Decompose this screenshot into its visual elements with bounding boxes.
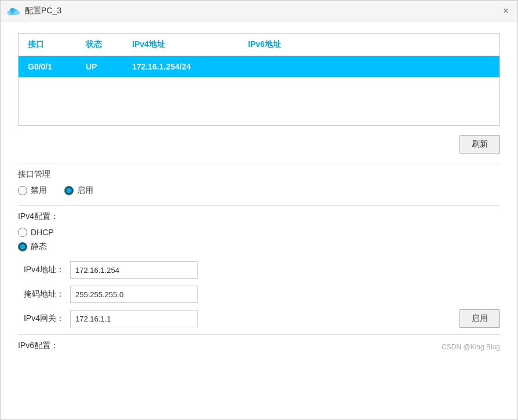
gateway-label: IPv4网关： (18, 313, 64, 324)
subnet-mask-input[interactable] (70, 286, 198, 303)
static-radio[interactable] (18, 242, 27, 251)
ipv4-config-title: IPv4配置： (18, 211, 500, 222)
dhcp-radio[interactable] (18, 228, 27, 237)
gateway-input[interactable] (70, 310, 198, 327)
ipv4-config-section: IPv4配置： DHCP 静态 IPv4地址： 掩码地址： (18, 211, 500, 327)
enable-label: 启用 (77, 185, 93, 196)
static-label: 静态 (31, 242, 47, 252)
row-status: UP (86, 62, 132, 71)
row-ipv6 (248, 62, 364, 71)
table-header: 接口 状态 IPv4地址 IPv6地址 (19, 34, 499, 56)
divider-3 (18, 334, 500, 335)
disable-label: 禁用 (31, 185, 47, 196)
title-bar: 配置PC_3 × (1, 1, 517, 21)
row-interface: G0/0/1 (28, 62, 86, 71)
table-row[interactable]: G0/0/1 UP 172.16.1.254/24 (19, 56, 499, 77)
subnet-mask-label: 掩码地址： (18, 289, 64, 300)
window-title: 配置PC_3 (25, 6, 61, 16)
subnet-mask-row: 掩码地址： (18, 286, 500, 303)
enable-radio-item[interactable]: 启用 (64, 185, 93, 196)
static-radio-item[interactable]: 静态 (18, 242, 500, 252)
title-bar-left: 配置PC_3 (6, 6, 61, 16)
gateway-row: IPv4网关： 启用 (18, 310, 500, 327)
disable-radio-item[interactable]: 禁用 (18, 185, 47, 196)
bottom-section: IPv6配置： CSDN @King Blog (18, 341, 500, 351)
ipv4-address-label: IPv4地址： (18, 265, 64, 275)
enable-radio[interactable] (64, 186, 74, 195)
dhcp-label: DHCP (31, 228, 54, 237)
apply-enable-button[interactable]: 启用 (459, 309, 500, 328)
interface-management-label: 接口管理 (18, 169, 500, 180)
refresh-button[interactable]: 刷新 (459, 135, 500, 154)
divider-2 (18, 205, 500, 206)
footer-text: CSDN @King Blog (442, 343, 500, 351)
ipv4-address-input[interactable] (70, 261, 198, 279)
interface-management-section: 接口管理 禁用 启用 (18, 169, 500, 196)
close-button[interactable]: × (500, 5, 512, 17)
main-content: 接口 状态 IPv4地址 IPv6地址 G0/0/1 UP 172.16.1.2… (1, 21, 517, 419)
col-header-status: 状态 (86, 39, 132, 50)
disable-radio[interactable] (18, 186, 27, 195)
ipv4-mode-section: DHCP 静态 (18, 228, 500, 252)
main-window: 配置PC_3 × 接口 状态 IPv4地址 IPv6地址 G0/0/1 UP 1… (0, 0, 518, 420)
svg-point-3 (10, 8, 15, 12)
dhcp-radio-item[interactable]: DHCP (18, 228, 500, 237)
table-empty-row (19, 77, 499, 106)
col-header-ipv6: IPv6地址 (248, 39, 364, 50)
enable-btn-container: 启用 (459, 309, 500, 328)
col-header-interface: 接口 (28, 39, 86, 50)
interface-table: 接口 状态 IPv4地址 IPv6地址 G0/0/1 UP 172.16.1.2… (18, 33, 500, 126)
cloud-icon (6, 6, 20, 16)
col-header-ipv4: IPv4地址 (132, 39, 248, 50)
row-ipv4: 172.16.1.254/24 (132, 62, 248, 71)
ipv4-address-row: IPv4地址： (18, 261, 500, 279)
ipv6-config-label: IPv6配置： (18, 341, 59, 351)
interface-management-radio-group: 禁用 启用 (18, 185, 500, 196)
refresh-row: 刷新 (18, 135, 500, 154)
divider-1 (18, 163, 500, 163)
